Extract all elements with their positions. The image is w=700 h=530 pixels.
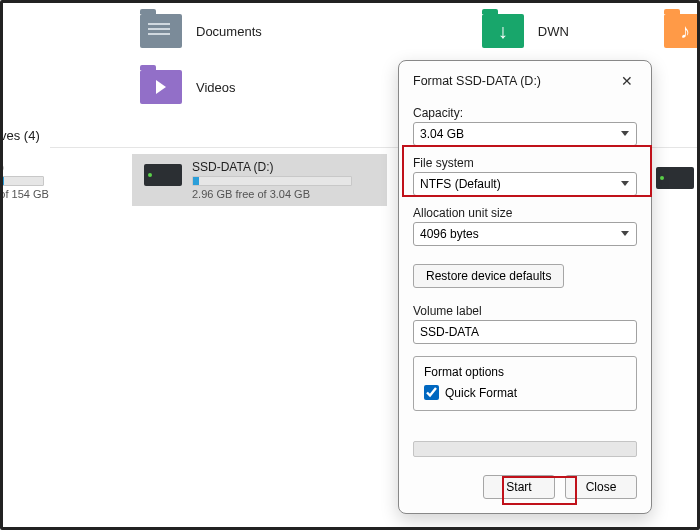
volume-label-input[interactable] xyxy=(413,320,637,344)
folder-dwn[interactable]: DWN xyxy=(482,14,569,48)
folder-label: Videos xyxy=(196,80,236,95)
drive-icon xyxy=(144,164,182,186)
drive-d[interactable]: SSD-DATA (D:) 2.96 GB free of 3.04 GB xyxy=(132,154,387,206)
usage-bar xyxy=(192,176,352,186)
drive-free: 2.96 GB free of 3.04 GB xyxy=(192,188,352,200)
folder-label: Documents xyxy=(196,24,262,39)
allocation-label: Allocation unit size xyxy=(413,206,637,220)
start-button[interactable]: Start xyxy=(483,475,555,499)
drive-c[interactable]: (C:) ee of 154 GB xyxy=(0,154,132,206)
drive-name: SSD-DATA (D:) xyxy=(192,160,352,174)
close-button[interactable]: Close xyxy=(565,475,637,499)
dialog-footer: Start Close xyxy=(399,463,651,513)
usage-bar xyxy=(0,176,44,186)
folder-documents[interactable]: Documents xyxy=(140,14,262,48)
folder-videos[interactable]: Videos xyxy=(140,70,262,104)
capacity-select[interactable]: 3.04 GB xyxy=(413,122,637,146)
progress-bar xyxy=(413,441,637,457)
drive-e[interactable] xyxy=(656,163,694,189)
music-icon xyxy=(664,14,700,48)
dialog-titlebar: Format SSD-DATA (D:) ✕ xyxy=(399,61,651,98)
quick-format-checkbox[interactable]: Quick Format xyxy=(424,385,626,400)
capacity-label: Capacity: xyxy=(413,106,637,120)
documents-icon xyxy=(140,14,182,48)
filesystem-label: File system xyxy=(413,156,637,170)
restore-defaults-button[interactable]: Restore device defaults xyxy=(413,264,564,288)
volume-label-label: Volume label xyxy=(413,304,637,318)
drive-icon xyxy=(656,167,694,189)
quick-format-label: Quick Format xyxy=(445,386,517,400)
format-options-label: Format options xyxy=(424,365,626,379)
drive-name: (C:) xyxy=(0,160,49,174)
folder-music[interactable] xyxy=(664,14,700,48)
videos-icon xyxy=(140,70,182,104)
allocation-select[interactable]: 4096 bytes xyxy=(413,222,637,246)
download-icon xyxy=(482,14,524,48)
format-dialog: Format SSD-DATA (D:) ✕ Capacity: 3.04 GB… xyxy=(398,60,652,514)
quick-format-check-input[interactable] xyxy=(424,385,439,400)
filesystem-select[interactable]: NTFS (Default) xyxy=(413,172,637,196)
drive-free: ee of 154 GB xyxy=(0,188,49,200)
close-icon[interactable]: ✕ xyxy=(613,70,641,92)
folder-label: DWN xyxy=(538,24,569,39)
dialog-title: Format SSD-DATA (D:) xyxy=(413,74,541,88)
format-options-group: Format options Quick Format xyxy=(413,356,637,411)
